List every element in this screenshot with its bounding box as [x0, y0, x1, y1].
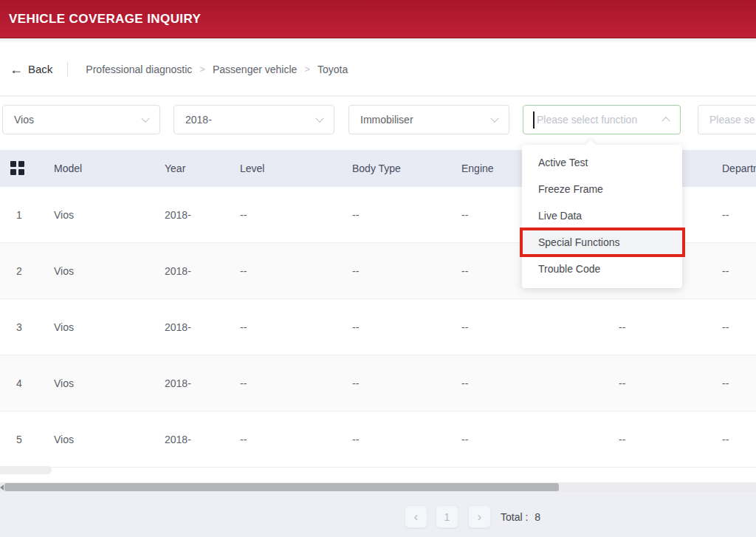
page-title: VEHICLE COVERAGE INQUIRY — [9, 12, 201, 27]
cell-engine: -- — [461, 377, 468, 389]
breadcrumb-bar: ← Back Professional diagnostic > Passeng… — [0, 43, 756, 96]
chevron-right-icon: › — [478, 511, 481, 523]
cell-department: -- — [722, 209, 729, 221]
menu-item-live-data[interactable]: Live Data — [522, 202, 682, 229]
cell-engine: -- — [461, 265, 468, 277]
system-select[interactable]: Immobiliser — [348, 105, 509, 134]
cell-level: -- — [240, 265, 247, 277]
chevron-down-icon — [490, 114, 498, 123]
cell-index: 1 — [16, 209, 22, 221]
year-select[interactable]: 2018- — [173, 105, 334, 134]
cell-level: -- — [240, 434, 247, 445]
cell-extra: -- — [619, 377, 625, 389]
breadcrumb-item-professional-diagnostic[interactable]: Professional diagnostic — [86, 64, 192, 75]
cell-index: 2 — [16, 265, 22, 277]
breadcrumb: Professional diagnostic > Passenger vehi… — [86, 64, 348, 75]
menu-item-freeze-frame[interactable]: Freeze Frame — [522, 176, 682, 202]
app-header: VEHICLE COVERAGE INQUIRY — [0, 0, 756, 38]
cell-body-type: -- — [352, 377, 359, 389]
column-header-year: Year — [165, 163, 185, 174]
scrollbar-thumb[interactable] — [4, 483, 559, 491]
cell-model: Vios — [54, 377, 74, 389]
function-dropdown-menu: Active Test Freeze Frame Live Data Speci… — [522, 145, 682, 288]
chevron-left-icon: ‹ — [414, 511, 418, 523]
chevron-down-icon — [315, 114, 323, 123]
pagination-bar: ‹ 1 › Total : 8 — [0, 492, 756, 537]
column-header-level: Level — [240, 163, 264, 174]
breadcrumb-item-passenger-vehicle[interactable]: Passenger vehicle — [213, 64, 297, 75]
cell-body-type: -- — [352, 209, 359, 221]
cell-body-type: -- — [352, 265, 359, 277]
cell-department: -- — [722, 321, 729, 333]
chevron-up-icon — [662, 117, 670, 125]
page-1-button[interactable]: 1 — [436, 505, 458, 528]
cell-year: 2018- — [165, 434, 191, 445]
column-header-engine: Engine — [461, 163, 494, 174]
cell-engine: -- — [461, 434, 468, 445]
cell-level: -- — [240, 321, 247, 333]
vertical-divider — [67, 62, 68, 77]
cell-model: Vios — [54, 265, 74, 277]
grid-view-icon[interactable] — [10, 161, 25, 176]
secondary-select-placeholder: Please se — [709, 114, 755, 126]
cell-department: -- — [722, 377, 729, 389]
menu-item-active-test[interactable]: Active Test — [522, 149, 682, 176]
cell-level: -- — [240, 209, 247, 221]
breadcrumb-separator-icon: > — [304, 64, 310, 75]
table-row[interactable]: 3 Vios 2018- -- -- -- -- -- — [0, 299, 756, 355]
cell-year: 2018- — [165, 321, 191, 333]
cell-level: -- — [240, 377, 247, 389]
cell-model: Vios — [54, 434, 74, 445]
cell-index: 5 — [16, 434, 22, 445]
bottom-strip — [0, 468, 756, 482]
total-value: 8 — [535, 511, 540, 523]
cell-index: 3 — [16, 321, 22, 333]
partial-row-edge — [0, 466, 52, 474]
text-cursor — [533, 112, 535, 129]
scrollbar-left-arrow-icon — [0, 485, 4, 490]
next-page-button[interactable]: › — [468, 505, 491, 528]
cell-department: -- — [722, 434, 729, 445]
secondary-function-select[interactable]: Please se — [698, 105, 756, 134]
year-select-value: 2018- — [185, 114, 212, 126]
function-select-placeholder: Please select function — [537, 114, 637, 126]
cell-year: 2018- — [165, 209, 191, 221]
table-row[interactable]: 5 Vios 2018- -- -- -- -- -- — [0, 411, 756, 468]
breadcrumb-item-toyota: Toyota — [317, 64, 348, 75]
function-select[interactable]: Please select function — [523, 105, 681, 134]
prev-page-button[interactable]: ‹ — [405, 505, 427, 528]
back-label: Back — [28, 63, 52, 75]
back-arrow-icon: ← — [10, 63, 23, 76]
cell-index: 4 — [16, 377, 22, 389]
chevron-down-icon — [141, 114, 149, 123]
total-label: Total : — [501, 511, 528, 523]
cell-body-type: -- — [352, 434, 359, 445]
model-select[interactable]: Vios — [2, 105, 160, 134]
column-header-model: Model — [54, 163, 82, 174]
menu-item-special-functions[interactable]: Special Functions — [522, 229, 682, 256]
cell-model: Vios — [54, 209, 74, 221]
total-count: Total : 8 — [501, 511, 540, 523]
cell-department: -- — [722, 265, 729, 277]
system-select-value: Immobiliser — [360, 114, 413, 126]
horizontal-scrollbar[interactable] — [0, 482, 756, 492]
filter-bar: Vios 2018- Immobiliser Please select fun… — [0, 96, 756, 150]
column-header-department: Department — [722, 163, 756, 174]
table-row[interactable]: 4 Vios 2018- -- -- -- -- -- — [0, 355, 756, 411]
cell-engine: -- — [461, 209, 468, 221]
menu-item-trouble-code[interactable]: Trouble Code — [522, 256, 682, 282]
vehicle-coverage-inquiry-page: VEHICLE COVERAGE INQUIRY ← Back Professi… — [0, 0, 756, 537]
column-header-body-type: Body Type — [352, 163, 401, 174]
cell-year: 2018- — [165, 265, 191, 277]
pager: ‹ 1 › Total : 8 — [405, 505, 540, 528]
back-button[interactable]: ← Back — [10, 63, 52, 76]
cell-year: 2018- — [165, 377, 191, 389]
model-select-value: Vios — [14, 114, 34, 126]
cell-model: Vios — [54, 321, 74, 333]
breadcrumb-separator-icon: > — [199, 64, 205, 75]
cell-body-type: -- — [352, 321, 359, 333]
cell-extra: -- — [619, 321, 625, 333]
cell-engine: -- — [461, 321, 468, 333]
cell-extra: -- — [619, 434, 625, 445]
